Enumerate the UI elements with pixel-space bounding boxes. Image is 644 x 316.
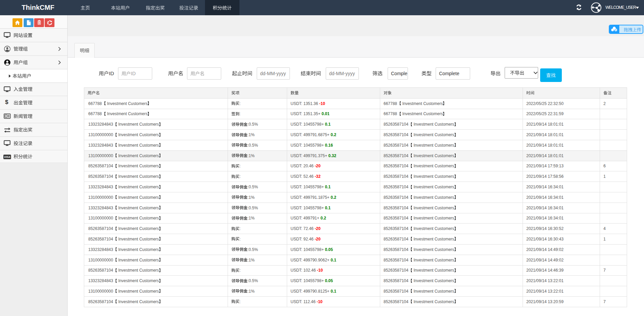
svg-text:VISA: VISA: [4, 155, 10, 159]
